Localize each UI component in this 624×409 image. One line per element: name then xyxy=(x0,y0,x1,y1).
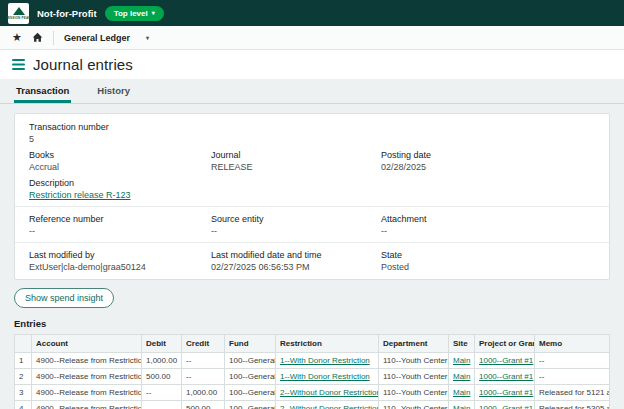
restriction-link[interactable]: 1--With Donor Restriction xyxy=(280,372,370,381)
field-label: Posting date xyxy=(381,150,595,160)
cell-restriction: 1--With Donor Restriction xyxy=(276,369,379,385)
cell-debit: 500.00 xyxy=(142,369,182,385)
tab-history[interactable]: History xyxy=(95,79,132,103)
field-journal: Journal RELEASE xyxy=(211,150,381,172)
menu-icon[interactable] xyxy=(12,59,25,70)
col-header-debit: Debit xyxy=(142,335,182,353)
cell-fund: 100--General xyxy=(225,353,276,369)
field-label: Attachment xyxy=(381,214,595,224)
field-label: Source entity xyxy=(211,214,381,224)
logo-text: MISSION PEAK xyxy=(6,16,30,20)
site-link[interactable]: Main xyxy=(453,356,470,365)
cell-memo: Released for 5305 account xyxy=(535,401,610,409)
entries-row: 34900--Release from Restriction--1,000.0… xyxy=(15,385,610,401)
cell-debit: -- xyxy=(142,401,182,409)
cell-department: 110--Youth Center xyxy=(379,369,449,385)
home-icon[interactable] xyxy=(32,32,43,43)
cell-site: Main xyxy=(449,369,475,385)
field-last-modified-datetime: Last modified date and time 02/27/2025 0… xyxy=(211,250,381,272)
field-attachment: Attachment -- xyxy=(381,214,595,236)
field-label: Transaction number xyxy=(29,122,211,132)
restriction-link[interactable]: 2--Without Donor Restriction xyxy=(280,388,379,397)
cell-project: 1000--Grant #1 xyxy=(475,401,535,409)
mission-peak-logo: MISSION PEAK xyxy=(8,3,29,24)
col-header-restriction: Restriction xyxy=(276,335,379,353)
col-header-project: Project or Grant xyxy=(475,335,535,353)
col-header-credit: Credit xyxy=(182,335,225,353)
top-level-label: Top level xyxy=(114,9,148,18)
cell-restriction: 2--Without Donor Restriction xyxy=(276,401,379,409)
project-link[interactable]: 1000--Grant #1 xyxy=(479,372,533,381)
field-books: Books Accrual xyxy=(29,150,211,172)
field-source-entity: Source entity -- xyxy=(211,214,381,236)
chevron-down-icon: ▾ xyxy=(146,35,149,41)
restriction-link[interactable]: 2--Without Donor Restriction xyxy=(280,404,379,409)
show-spend-insight-button[interactable]: Show spend insight xyxy=(14,288,114,308)
project-link[interactable]: 1000--Grant #1 xyxy=(479,356,533,365)
entries-row: 24900--Release from Restriction500.00--1… xyxy=(15,369,610,385)
cell-account: 4900--Release from Restriction xyxy=(32,369,142,385)
cell-credit: 1,000.00 xyxy=(182,385,225,401)
field-label: Reference number xyxy=(29,214,211,224)
field-description: Description Restriction release R-123 xyxy=(29,178,211,200)
field-label: Last modified date and time xyxy=(211,250,381,260)
project-link[interactable]: 1000--Grant #1 xyxy=(479,388,533,397)
field-transaction-number: Transaction number 5 xyxy=(29,122,211,144)
cell-account: 4900--Release from Restriction xyxy=(32,353,142,369)
cell-memo: -- xyxy=(535,369,610,385)
cell-num: 4 xyxy=(15,401,32,409)
cell-project: 1000--Grant #1 xyxy=(475,353,535,369)
page-title: Journal entries xyxy=(33,56,133,73)
cell-site: Main xyxy=(449,353,475,369)
star-icon[interactable]: ★ xyxy=(12,32,22,43)
cell-project: 1000--Grant #1 xyxy=(475,385,535,401)
site-link[interactable]: Main xyxy=(453,388,470,397)
cell-project: 1000--Grant #1 xyxy=(475,369,535,385)
cell-department: 110--Youth Center xyxy=(379,353,449,369)
divider xyxy=(15,206,609,207)
cell-debit: 1,000.00 xyxy=(142,353,182,369)
description-link[interactable]: Restriction release R-123 xyxy=(29,190,131,200)
cell-account: 4900--Release from Restriction xyxy=(32,401,142,409)
field-label: Description xyxy=(29,178,211,188)
transaction-details-card: Transaction number 5 Books Accrual Journ… xyxy=(14,113,610,280)
entries-header-row: AccountDebitCreditFundRestrictionDepartm… xyxy=(15,335,610,353)
field-state: State Posted xyxy=(381,250,595,272)
topbar: MISSION PEAK Not-for-Profit Top level ▾ xyxy=(0,0,624,26)
chevron-down-icon: ▾ xyxy=(152,10,155,16)
cell-num: 2 xyxy=(15,369,32,385)
field-value: -- xyxy=(211,226,381,236)
col-header-num xyxy=(15,335,32,353)
site-link[interactable]: Main xyxy=(453,372,470,381)
field-value: -- xyxy=(381,226,595,236)
cell-memo: Released for 5121 account xyxy=(535,385,610,401)
cell-restriction: 1--With Donor Restriction xyxy=(276,353,379,369)
cell-restriction: 2--Without Donor Restriction xyxy=(276,385,379,401)
cell-fund: 100--General xyxy=(225,385,276,401)
divider xyxy=(53,31,54,45)
tabs: Transaction History xyxy=(0,79,624,104)
project-link[interactable]: 1000--Grant #1 xyxy=(479,404,533,409)
divider xyxy=(15,242,609,243)
top-level-button[interactable]: Top level ▾ xyxy=(105,6,164,21)
page-header: Journal entries xyxy=(0,50,624,79)
restriction-link[interactable]: 1--With Donor Restriction xyxy=(280,356,370,365)
cell-account: 4900--Release from Restriction xyxy=(32,385,142,401)
site-link[interactable]: Main xyxy=(453,404,470,409)
col-header-memo: Memo xyxy=(535,335,610,353)
cell-site: Main xyxy=(449,401,475,409)
field-value: 02/28/2025 xyxy=(381,162,595,172)
field-label: State xyxy=(381,250,595,260)
field-posting-date: Posting date 02/28/2025 xyxy=(381,150,595,172)
field-label: Journal xyxy=(211,150,381,160)
field-reference-number: Reference number -- xyxy=(29,214,211,236)
tab-transaction[interactable]: Transaction xyxy=(14,79,71,103)
module-selector[interactable]: General Ledger ▾ xyxy=(64,33,149,43)
col-header-account: Account xyxy=(32,335,142,353)
col-header-department: Department xyxy=(379,335,449,353)
cell-credit: -- xyxy=(182,369,225,385)
navbar: ★ General Ledger ▾ xyxy=(0,26,624,50)
entries-row: 14900--Release from Restriction1,000.00-… xyxy=(15,353,610,369)
cell-department: 110--Youth Center xyxy=(379,401,449,409)
field-value: 5 xyxy=(29,134,211,144)
